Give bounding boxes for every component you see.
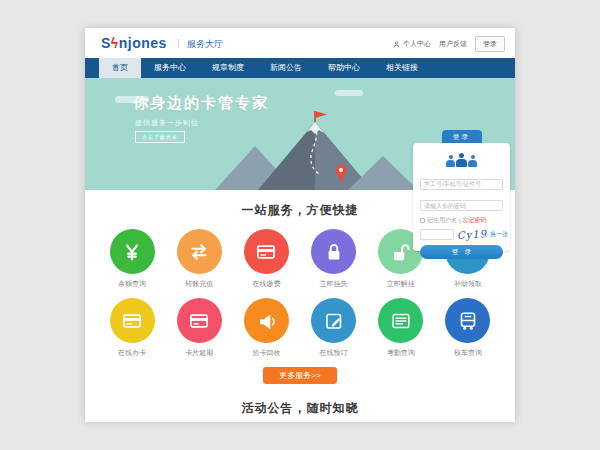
- personal-center-label: 个人中心: [403, 39, 431, 49]
- login-tab[interactable]: 登录: [442, 130, 482, 143]
- service-report-loss[interactable]: 立即挂失: [303, 229, 365, 289]
- service-online-card-apply[interactable]: 在线办卡: [101, 298, 163, 358]
- service-attendance-inquiry[interactable]: 考勤查询: [370, 298, 432, 358]
- edit-icon: [311, 298, 356, 343]
- service-label: 转账充值: [168, 279, 230, 289]
- service-label: 在线缴费: [235, 279, 297, 289]
- logo-prefix: S: [101, 35, 111, 51]
- service-label: 立即解挂: [370, 279, 432, 289]
- mountain-illustration: [203, 108, 418, 190]
- page: Sϟnjones | 服务大厅 个人中心 用户反馈 登录 首页 服务中心 规章制…: [85, 28, 515, 422]
- personal-center-link[interactable]: 个人中心: [392, 39, 431, 49]
- service-label: 余额查询: [101, 279, 163, 289]
- captcha-row: Cy19 换一张: [420, 229, 503, 240]
- captcha-input[interactable]: [420, 229, 454, 240]
- nav-item-service-center[interactable]: 服务中心: [141, 58, 199, 78]
- person-left-icon: [446, 155, 455, 167]
- service-label: 立即挂失: [303, 279, 365, 289]
- hero-banner: 你身边的卡管专家 提供服务一步到位 点击了解更多 登录: [85, 78, 515, 190]
- logo-divider: |: [177, 38, 179, 48]
- service-label: 考勤查询: [370, 348, 432, 358]
- remember-checkbox[interactable]: [420, 218, 425, 223]
- more-services-button[interactable]: 更多服务>>: [263, 367, 337, 384]
- service-label: 在线办卡: [101, 348, 163, 358]
- separator: |: [459, 218, 461, 224]
- login-submit-button[interactable]: 登录: [420, 245, 503, 259]
- service-label: 补助领取: [437, 279, 499, 289]
- yen-icon: [110, 229, 155, 274]
- person-icon: [392, 40, 401, 49]
- lock-icon: [311, 229, 356, 274]
- main-nav: 首页 服务中心 规章制度 新闻公告 帮助中心 相关链接: [85, 58, 515, 78]
- nav-item-home[interactable]: 首页: [99, 58, 141, 78]
- header-right: 个人中心 用户反馈 登录: [392, 36, 505, 52]
- remember-row: 记住用户名 | 忘记密码: [420, 216, 503, 225]
- change-captcha-link[interactable]: 换一张: [490, 230, 508, 239]
- remember-label: 记住用户名: [427, 216, 457, 225]
- login-panel: 登录 记住用户名 | 忘记密码 Cy19 换一张: [413, 130, 510, 251]
- user-feedback-link[interactable]: 用户反馈: [439, 39, 467, 49]
- megaphone-icon: [244, 298, 289, 343]
- password-input[interactable]: [420, 200, 503, 211]
- service-label: 在线预订: [303, 348, 365, 358]
- service-card-recovery[interactable]: 拾卡回收: [235, 298, 297, 358]
- users-group-icon: [420, 150, 503, 167]
- header-login-button[interactable]: 登录: [475, 36, 505, 52]
- captcha-image[interactable]: Cy19: [457, 228, 488, 241]
- bus-icon: [445, 298, 490, 343]
- service-online-payment[interactable]: 在线缴费: [235, 229, 297, 289]
- bank-card-icon: [110, 298, 155, 343]
- hero-cta-button[interactable]: 点击了解更多: [135, 131, 185, 143]
- logo-lightning-icon: ϟ: [111, 35, 119, 51]
- service-balance-inquiry[interactable]: 余额查询: [101, 229, 163, 289]
- announcements-section: 活动公告，随时知晓 使用动态 最新公告 更多>> 使用指南 更多>>: [85, 396, 515, 422]
- nav-item-help-center[interactable]: 帮助中心: [315, 58, 373, 78]
- transfer-arrows-icon: [177, 229, 222, 274]
- username-input[interactable]: [420, 179, 503, 190]
- logo-suffix: njones: [119, 35, 167, 51]
- portal-name: 服务大厅: [187, 38, 223, 51]
- services-row-2: 在线办卡 卡片延期 拾卡回收 在线预订 考勤查询 校车查询: [85, 298, 515, 358]
- bank-card-icon: [244, 229, 289, 274]
- person-right-icon: [468, 155, 477, 167]
- bank-card-icon: [177, 298, 222, 343]
- announcements-title: 活动公告，随时知晓: [85, 400, 515, 417]
- service-online-booking[interactable]: 在线预订: [303, 298, 365, 358]
- list-icon: [378, 298, 423, 343]
- service-transfer-recharge[interactable]: 转账充值: [168, 229, 230, 289]
- nav-item-news[interactable]: 新闻公告: [257, 58, 315, 78]
- person-center-icon: [456, 153, 467, 167]
- hero-subtitle: 提供服务一步到位: [135, 118, 199, 128]
- user-feedback-label: 用户反馈: [439, 39, 467, 49]
- service-label: 拾卡回收: [235, 348, 297, 358]
- nav-item-links[interactable]: 相关链接: [373, 58, 431, 78]
- service-label: 卡片延期: [168, 348, 230, 358]
- header: Sϟnjones | 服务大厅 个人中心 用户反馈 登录: [85, 28, 515, 58]
- login-form: 记住用户名 | 忘记密码 Cy19 换一张 登录: [413, 143, 510, 251]
- forgot-password-link[interactable]: 忘记密码: [463, 216, 487, 225]
- service-card-extension[interactable]: 卡片延期: [168, 298, 230, 358]
- logo[interactable]: Sϟnjones: [101, 35, 167, 51]
- service-label: 校车查询: [437, 348, 499, 358]
- service-school-bus-inquiry[interactable]: 校车查询: [437, 298, 499, 358]
- nav-item-rules[interactable]: 规章制度: [199, 58, 257, 78]
- cloud-shape: [335, 90, 363, 96]
